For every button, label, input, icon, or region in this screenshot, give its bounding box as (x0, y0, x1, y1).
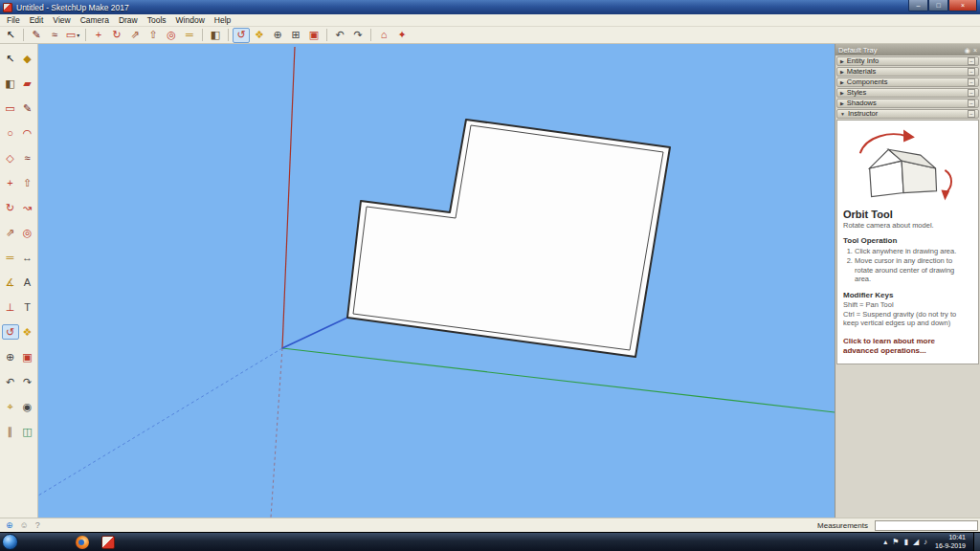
toolbar-top-rotate[interactable]: ↻ (108, 28, 125, 43)
hidden-icons-icon[interactable]: ▴ (883, 539, 887, 546)
toolbar-left-tape-measure[interactable]: ═ (2, 250, 19, 265)
toolbar-top-freehand[interactable]: ≈ (46, 28, 63, 43)
toolbar-left-push-pull[interactable]: ⇧ (19, 175, 36, 190)
menu-item-draw[interactable]: Draw (114, 14, 143, 26)
network-icon[interactable]: ◢ (913, 539, 919, 546)
toolbar-left-make-component[interactable]: ◆ (19, 51, 36, 66)
toolbar-left-look-around[interactable]: ◉ (19, 399, 36, 414)
toolbar-top-3d-warehouse[interactable]: ⌂ (375, 28, 392, 43)
toolbar-left-pan[interactable]: ❖ (19, 324, 36, 340)
toolbar-left-polygon[interactable]: ◇ (2, 150, 19, 165)
start-button[interactable] (2, 534, 18, 550)
toolbar-top-line[interactable]: ✎ (28, 28, 45, 43)
toolbar-left-arc[interactable]: ◠ (19, 125, 36, 141)
toolbar-left-walk[interactable]: ∥ (2, 424, 19, 439)
power-icon[interactable]: ▮ (904, 539, 908, 546)
toolbar-left-freehand[interactable]: ≈ (19, 150, 36, 165)
toolbar-left-select[interactable]: ↖ (2, 51, 19, 66)
section-collapse-button[interactable]: − (968, 110, 975, 118)
toolbar-top-tape-measure[interactable]: ═ (181, 28, 198, 43)
orbit-icon: ↺ (236, 30, 245, 40)
sketchup-taskbar-icon[interactable] (101, 536, 115, 549)
zoom-window-icon: ⊞ (291, 30, 300, 40)
pin-icon[interactable]: ◉ (965, 47, 970, 54)
firefox-taskbar-icon[interactable] (76, 536, 89, 549)
close-button[interactable]: × (948, 0, 977, 11)
tray-close-button[interactable]: × (973, 47, 977, 54)
3d-text-icon: T (24, 302, 31, 313)
toolbar-top-scale[interactable]: ⇗ (126, 28, 144, 43)
toolbar-left-orbit[interactable]: ↺ (2, 324, 19, 340)
toolbar-left-rectangle[interactable]: ▭ (2, 100, 19, 116)
toolbar-left-text[interactable]: A (19, 275, 36, 290)
menu-item-file[interactable]: File (2, 14, 25, 26)
toolbar-top-push-pull[interactable]: ⇧ (145, 28, 162, 43)
geolocation-icon[interactable]: ⊕ (6, 521, 13, 530)
chevron-right-icon: ▶ (840, 100, 844, 106)
toolbar-left-zoom-extents[interactable]: ▣ (19, 349, 36, 364)
action-center-icon[interactable]: ⚑ (892, 539, 899, 546)
section-collapse-button[interactable]: − (968, 68, 975, 76)
toolbar-left-protractor[interactable]: ∡ (2, 275, 19, 290)
toolbar-left-3d-text[interactable]: T (19, 299, 36, 315)
show-desktop-button[interactable] (973, 533, 980, 551)
section-collapse-button[interactable]: − (968, 99, 975, 107)
toolbar-top-zoom[interactable]: ⊕ (269, 28, 286, 43)
section-collapse-button[interactable]: − (968, 57, 975, 65)
menu-item-help[interactable]: Help (210, 14, 235, 26)
toolbar-left-move[interactable]: + (2, 175, 19, 190)
toolbar-top-previous-view[interactable]: ↶ (331, 28, 348, 43)
tray-section-instructor[interactable]: ▼ Instructor − (836, 109, 979, 119)
menu-item-window[interactable]: Window (171, 14, 210, 26)
toolbar-left-dimension[interactable]: ↔ (19, 250, 36, 265)
menu-item-camera[interactable]: Camera (76, 14, 114, 26)
minimize-button[interactable]: – (908, 0, 928, 11)
toolbar-left-section-plane[interactable]: ◫ (19, 424, 36, 439)
instructor-panel: Orbit Tool Rotate camera about model. To… (836, 120, 979, 364)
toolbar-top-select[interactable]: ↖ (2, 28, 19, 43)
menu-item-tools[interactable]: Tools (143, 14, 171, 26)
help-icon[interactable]: ? (35, 521, 40, 530)
menu-item-view[interactable]: View (48, 14, 75, 26)
toolbar-left-scale[interactable]: ⇗ (2, 225, 19, 240)
next-view-icon: ↷ (23, 377, 32, 387)
toolbar-top-shapes[interactable]: ▭ ▾ (64, 28, 81, 43)
toolbar-left-position-camera[interactable]: ⌖ (2, 399, 19, 414)
toolbar-top-extension-warehouse[interactable]: ✦ (393, 28, 411, 43)
toolbar-left-zoom[interactable]: ⊕ (2, 349, 19, 364)
toolbar-left-next-view[interactable]: ↷ (19, 374, 36, 389)
toolbar-left-rotate[interactable]: ↻ (2, 200, 19, 215)
maximize-button[interactable]: □ (928, 0, 948, 11)
toolbar-top-paint-bucket[interactable]: ◧ (207, 28, 224, 43)
toolbar-top-pan[interactable]: ❖ (251, 28, 268, 43)
section-collapse-button[interactable]: − (968, 89, 975, 97)
section-collapse-button[interactable]: − (968, 78, 975, 86)
volume-icon[interactable]: ♪ (924, 539, 927, 546)
toolbar-top-offset[interactable]: ◎ (163, 28, 180, 43)
taskbar-clock[interactable]: 10:41 16-9-2019 (935, 534, 966, 550)
tray-section-styles[interactable]: ▶ Styles − (836, 88, 979, 98)
dropdown-arrow-icon[interactable]: ▾ (77, 32, 79, 38)
toolbar-top-zoom-extents[interactable]: ▣ (305, 28, 323, 43)
tray-section-materials[interactable]: ▶ Materials − (836, 67, 979, 77)
toolbar-top-orbit[interactable]: ↺ (233, 28, 250, 43)
toolbar-top-zoom-window[interactable]: ⊞ (287, 28, 304, 43)
toolbar-left-offset[interactable]: ◎ (19, 225, 36, 240)
drawing-canvas[interactable] (38, 44, 835, 518)
measurements-input[interactable] (875, 520, 978, 531)
toolbar-left-circle[interactable]: ○ (2, 125, 19, 141)
tray-section-shadows[interactable]: ▶ Shadows − (836, 99, 979, 108)
advanced-operations-link[interactable]: Click to learn about more advanced opera… (843, 337, 972, 357)
tray-section-entity-info[interactable]: ▶ Entity Info − (836, 56, 979, 66)
toolbar-left-paint-bucket[interactable]: ◧ (2, 76, 19, 91)
toolbar-top-move[interactable]: + (90, 28, 107, 43)
toolbar-left-previous-view[interactable]: ↶ (2, 374, 19, 389)
tray-section-components[interactable]: ▶ Components − (836, 77, 979, 87)
toolbar-left-line[interactable]: ✎ (19, 100, 36, 116)
toolbar-top-next-view[interactable]: ↷ (349, 28, 367, 43)
toolbar-left-follow-me[interactable]: ↝ (19, 200, 36, 215)
toolbar-left-axes[interactable]: ⊥ (2, 299, 19, 315)
credits-icon[interactable]: ☺ (20, 521, 29, 530)
toolbar-left-eraser[interactable]: ▰ (19, 76, 36, 91)
menu-item-edit[interactable]: Edit (25, 14, 49, 26)
